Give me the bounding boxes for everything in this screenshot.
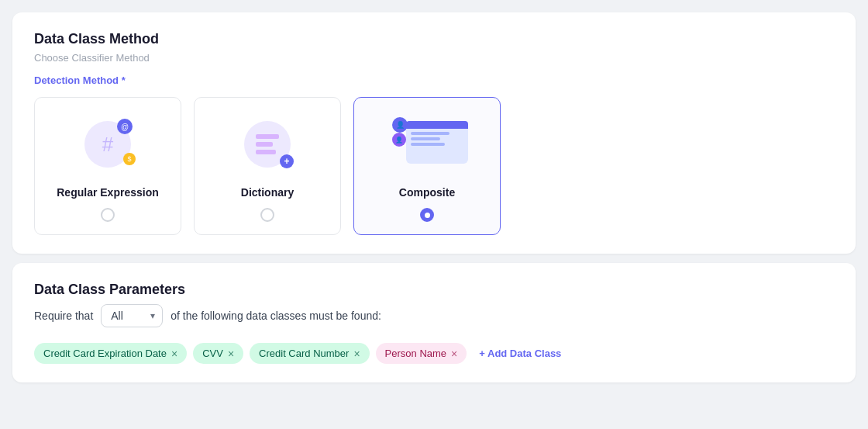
tags-row: Credit Card Expiration Date × CVV × Cred… [34, 343, 834, 364]
at-badge-icon: @ [117, 119, 133, 134]
params-section: Data Class Parameters Require that All A… [12, 263, 856, 382]
tag-close-icon[interactable]: × [171, 348, 177, 359]
regex-radio[interactable] [101, 208, 115, 222]
require-select-wrapper[interactable]: All Any None ▾ [101, 304, 163, 327]
composite-icon-area: 👤 👤 [392, 113, 462, 175]
detection-label: Detection Method * [34, 74, 834, 86]
required-asterisk: * [122, 74, 126, 86]
regex-icon-area: # @ $ [73, 113, 143, 175]
dictionary-label: Dictionary [241, 186, 294, 199]
tag-close-icon[interactable]: × [228, 348, 234, 359]
dollar-badge-icon: $ [123, 153, 136, 165]
regex-icon: # @ $ [77, 117, 139, 171]
add-data-class-button[interactable]: + Add Data Class [473, 344, 567, 362]
method-card-composite[interactable]: 👤 👤 Composite [353, 97, 501, 235]
avatar-1-icon: 👤 [392, 117, 408, 133]
composite-radio[interactable] [420, 208, 434, 222]
require-that-label: Require that [34, 310, 93, 322]
section-title: Data Class Method [34, 31, 834, 47]
tag-close-icon[interactable]: × [353, 348, 360, 359]
tag-label: Credit Card Expiration Date [43, 348, 167, 359]
params-title: Data Class Parameters [34, 282, 834, 298]
tag-person-name: Person Name × [376, 343, 467, 364]
params-row: Require that All Any None ▾ of the follo… [34, 304, 834, 327]
regex-label: Regular Expression [57, 186, 159, 199]
dictionary-icon: + [236, 117, 298, 171]
suffix-text: of the following data classes must be fo… [170, 310, 381, 322]
tag-label: CVV [202, 348, 223, 359]
method-section: Data Class Method Choose Classifier Meth… [12, 12, 856, 254]
composite-label: Composite [399, 186, 455, 199]
tag-label: Credit Card Number [259, 348, 349, 359]
method-cards: # @ $ Regular Expression [34, 97, 834, 235]
tag-credit-card-expiry: Credit Card Expiration Date × [34, 343, 187, 364]
tag-cvv: CVV × [193, 343, 243, 364]
method-card-regex[interactable]: # @ $ Regular Expression [34, 97, 181, 235]
composite-icon: 👤 👤 [392, 117, 462, 171]
dictionary-icon-area: + [232, 113, 302, 175]
avatar-2-icon: 👤 [392, 133, 406, 147]
tag-close-icon[interactable]: × [451, 348, 457, 359]
require-select[interactable]: All Any None [101, 304, 163, 327]
tag-label: Person Name [385, 348, 446, 359]
section-subtitle: Choose Classifier Method [34, 52, 834, 64]
dictionary-radio[interactable] [260, 208, 274, 222]
plus-badge-icon: + [280, 154, 294, 168]
tag-credit-card-number: Credit Card Number × [250, 343, 370, 364]
method-card-dictionary[interactable]: + Dictionary [194, 97, 341, 235]
